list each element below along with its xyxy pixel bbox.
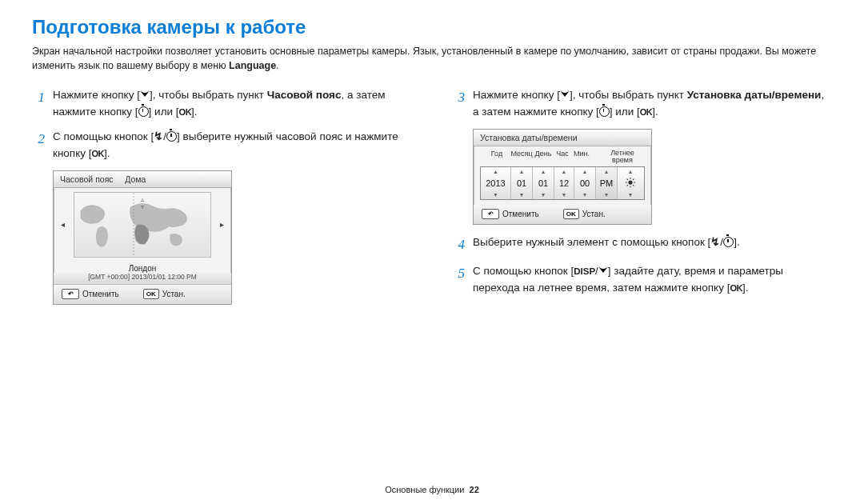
- dt-label-hour: Час: [554, 150, 571, 165]
- step-3: 3 Нажмите кнопку [], чтобы выбрать пункт…: [452, 87, 832, 121]
- tz-gmt: [GMT +00:00] 2013/01/01 12:00 PM: [54, 273, 231, 285]
- ok-key-icon: OK: [143, 289, 159, 299]
- ok-icon: OK: [730, 283, 742, 293]
- step-1: 1 Нажмите кнопку [], чтобы выбрать пункт…: [32, 87, 412, 121]
- dt-year-spinner[interactable]: ▲2013▼: [481, 167, 511, 199]
- macro-down-icon: [598, 266, 608, 274]
- world-map: ▵▿: [74, 192, 211, 258]
- dt-dst-spinner[interactable]: ▲▼: [618, 167, 643, 199]
- sun-icon: [625, 177, 636, 188]
- timer-icon: [138, 106, 149, 117]
- dt-min-spinner[interactable]: ▲00▼: [574, 167, 596, 199]
- tz-city: Лондон: [54, 262, 231, 273]
- dt-label-dst: Летнее время: [606, 150, 638, 165]
- ok-icon: OK: [179, 107, 192, 117]
- svg-line-7: [633, 185, 634, 186]
- tz-next-button[interactable]: ▸: [218, 220, 226, 229]
- dt-month-spinner[interactable]: ▲01▼: [511, 167, 533, 199]
- dt-label-year: Год: [483, 150, 510, 165]
- step-2: 2 С помощью кнопок [↯/] выберите нужный …: [32, 129, 412, 162]
- back-icon: ↶: [62, 289, 79, 299]
- svg-line-8: [627, 185, 628, 186]
- page-footer: Основные функции 22: [0, 485, 864, 494]
- tz-prev-button[interactable]: ◂: [58, 220, 67, 229]
- svg-line-6: [627, 178, 628, 179]
- svg-point-1: [628, 180, 632, 184]
- timezone-panel: Часовой пояс Дома ◂: [53, 170, 232, 305]
- map-hud-icon: ▵▿: [141, 196, 144, 210]
- svg-line-9: [633, 178, 634, 179]
- disp-icon: DISP: [574, 266, 595, 276]
- macro-down-icon: [140, 90, 150, 98]
- step-5: 5 С помощью кнопок [DISP/] задайте дату,…: [452, 263, 832, 297]
- page-title: Подготовка камеры к работе: [32, 16, 832, 38]
- flash-icon: ↯: [710, 234, 720, 251]
- dt-label-month: Месяц: [510, 150, 533, 165]
- dt-hour-spinner[interactable]: ▲12▼: [554, 167, 574, 199]
- dt-label-min: Мин.: [571, 150, 592, 165]
- datetime-panel: Установка даты/времени Год Месяц День Ча…: [473, 129, 652, 225]
- dt-label-day: День: [533, 150, 554, 165]
- intro-text: Экран начальной настройки позволяет уста…: [32, 45, 832, 73]
- back-icon: ↶: [482, 209, 499, 219]
- dt-set-button[interactable]: OKУстан.: [563, 209, 606, 219]
- dt-ampm-spinner[interactable]: ▲PM▼: [596, 167, 618, 199]
- ok-icon: OK: [92, 149, 105, 158]
- ok-key-icon: OK: [563, 209, 579, 219]
- timer-icon: [599, 106, 610, 117]
- dt-title: Установка даты/времени: [474, 130, 651, 146]
- timer-icon: [723, 237, 734, 247]
- step-4: 4 Выберите нужный элемент с помощью кноп…: [452, 234, 832, 255]
- tz-title-label: Часовой пояс: [60, 174, 114, 184]
- tz-title-value: Дома: [125, 174, 146, 184]
- dt-cancel-button[interactable]: ↶Отменить: [482, 209, 539, 219]
- tz-cancel-button[interactable]: ↶Отменить: [62, 289, 119, 299]
- ok-icon: OK: [640, 107, 653, 117]
- tz-set-button[interactable]: OKУстан.: [143, 289, 186, 299]
- timer-icon: [166, 131, 177, 142]
- macro-down-icon: [560, 90, 570, 98]
- dt-day-spinner[interactable]: ▲01▼: [533, 167, 554, 199]
- flash-icon: ↯: [154, 129, 163, 146]
